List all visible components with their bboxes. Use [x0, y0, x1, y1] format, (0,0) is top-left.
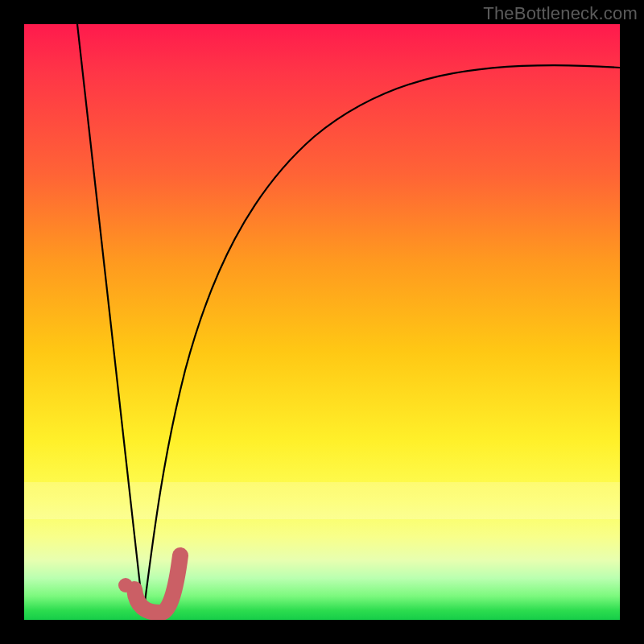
watermark-text: TheBottleneck.com	[483, 3, 638, 24]
chart-outer-frame: TheBottleneck.com	[0, 0, 644, 644]
bottleneck-left-line	[77, 24, 143, 614]
plot-area	[24, 24, 620, 620]
bottleneck-right-curve	[143, 65, 620, 614]
optimal-marker-dot	[118, 578, 133, 592]
chart-lines-svg	[24, 24, 620, 620]
optimal-marker-hook	[134, 555, 180, 613]
